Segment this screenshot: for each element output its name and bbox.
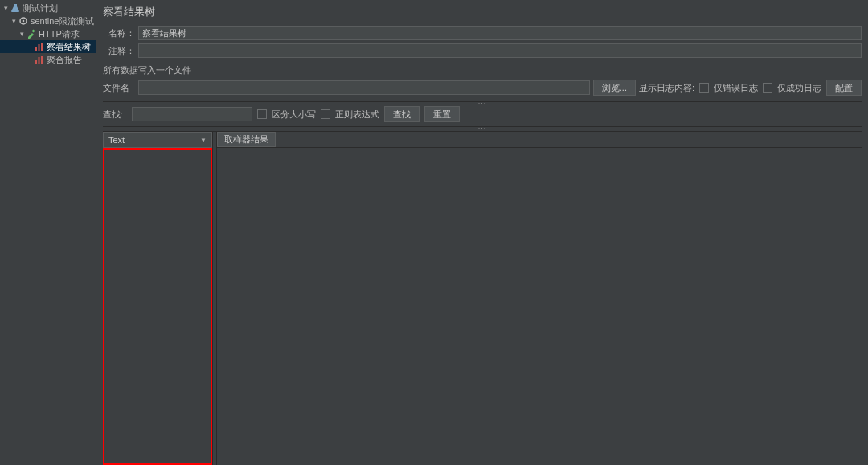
- h-splitter[interactable]: ···: [103, 101, 862, 102]
- details-pane: [217, 148, 862, 465]
- name-label: 名称：: [103, 27, 135, 39]
- tree-item-view-results-tree[interactable]: 察看结果树: [0, 40, 96, 53]
- regex-checkbox[interactable]: [321, 109, 330, 119]
- only-success-checkbox[interactable]: [763, 83, 772, 93]
- reset-button[interactable]: 重置: [424, 106, 460, 122]
- only-success-label: 仅成功日志: [777, 82, 821, 94]
- tree-label: 测试计划: [23, 2, 58, 14]
- main-panel: 察看结果树 名称： 注释： 所有数据写入一个文件 文件名 浏览... 显示日志内…: [96, 0, 868, 465]
- tree-item-http-request[interactable]: ▾ HTTP请求: [0, 27, 96, 40]
- search-input[interactable]: [132, 107, 252, 121]
- regex-label: 正则表达式: [335, 109, 379, 121]
- result-tree[interactable]: [103, 148, 212, 465]
- svg-rect-8: [41, 56, 43, 64]
- filename-label: 文件名: [103, 82, 135, 94]
- h-splitter[interactable]: ···: [103, 126, 862, 127]
- tree-label: 聚合报告: [47, 54, 82, 66]
- gear-icon: [18, 15, 29, 27]
- v-splitter[interactable]: ···: [212, 132, 217, 465]
- search-label: 查找:: [103, 109, 127, 121]
- file-row: 文件名 浏览... 显示日志内容: 仅错误日志 仅成功日志 配置: [103, 80, 862, 96]
- page-title: 察看结果树: [103, 5, 862, 19]
- config-button[interactable]: 配置: [826, 80, 862, 96]
- renderer-value: Text: [108, 135, 125, 145]
- log-flags: 显示日志内容: 仅错误日志 仅成功日志 配置: [639, 80, 862, 96]
- find-button[interactable]: 查找: [384, 106, 420, 122]
- result-right-panel: 取样器结果: [217, 132, 862, 465]
- chart-icon: [34, 54, 45, 65]
- tree-item-thread-group[interactable]: ▾ sentine限流测试: [0, 14, 96, 27]
- only-error-checkbox[interactable]: [699, 83, 709, 93]
- renderer-select[interactable]: Text ▼: [103, 132, 212, 148]
- svg-rect-6: [35, 60, 37, 64]
- tree-label: sentine限流测试: [31, 15, 94, 27]
- comment-input[interactable]: [138, 43, 862, 58]
- search-row: 查找: 区分大小写 正则表达式 查找 重置: [103, 106, 862, 122]
- tree-item-test-plan[interactable]: ▾ 测试计划: [0, 2, 96, 14]
- name-row: 名称：: [103, 26, 862, 40]
- filename-input[interactable]: [138, 80, 590, 95]
- svg-rect-4: [39, 44, 40, 51]
- tree-toggle-icon[interactable]: ▾: [18, 30, 26, 38]
- flask-icon: [10, 2, 21, 14]
- file-section-caption: 所有数据写入一个文件: [103, 64, 862, 76]
- grip-icon: ···: [478, 124, 487, 132]
- svg-point-1: [23, 20, 25, 23]
- comment-row: 注释：: [103, 43, 862, 58]
- svg-rect-2: [31, 29, 35, 32]
- chevron-down-icon: ▼: [200, 137, 207, 144]
- result-left-panel: Text ▼: [103, 132, 212, 465]
- svg-rect-3: [35, 47, 37, 51]
- tree-panel: ▾ 测试计划 ▾ sentine限流测试 ▾ HTTP请求: [0, 0, 96, 465]
- result-area: Text ▼ ··· 取样器结果: [103, 131, 862, 465]
- chart-icon: [34, 41, 45, 52]
- show-log-label: 显示日志内容:: [639, 82, 694, 94]
- svg-rect-5: [41, 43, 43, 51]
- tree-toggle-icon[interactable]: ▾: [10, 17, 18, 25]
- pipette-icon: [26, 28, 37, 39]
- only-error-label: 仅错误日志: [714, 82, 758, 94]
- name-input[interactable]: [138, 26, 862, 40]
- comment-label: 注释：: [103, 45, 135, 57]
- tree-toggle-icon[interactable]: ▾: [2, 4, 10, 12]
- tree-item-aggregate-report[interactable]: 聚合报告: [0, 53, 96, 66]
- result-tabs: 取样器结果: [217, 132, 862, 148]
- svg-rect-7: [39, 57, 40, 64]
- tab-sampler-result[interactable]: 取样器结果: [217, 132, 276, 147]
- case-checkbox[interactable]: [257, 109, 267, 119]
- case-label: 区分大小写: [272, 109, 316, 121]
- browse-button[interactable]: 浏览...: [593, 80, 636, 96]
- grip-icon: ···: [478, 99, 487, 107]
- tree-label: HTTP请求: [39, 28, 80, 40]
- tree-label: 察看结果树: [47, 41, 91, 53]
- grip-icon: ···: [213, 296, 216, 302]
